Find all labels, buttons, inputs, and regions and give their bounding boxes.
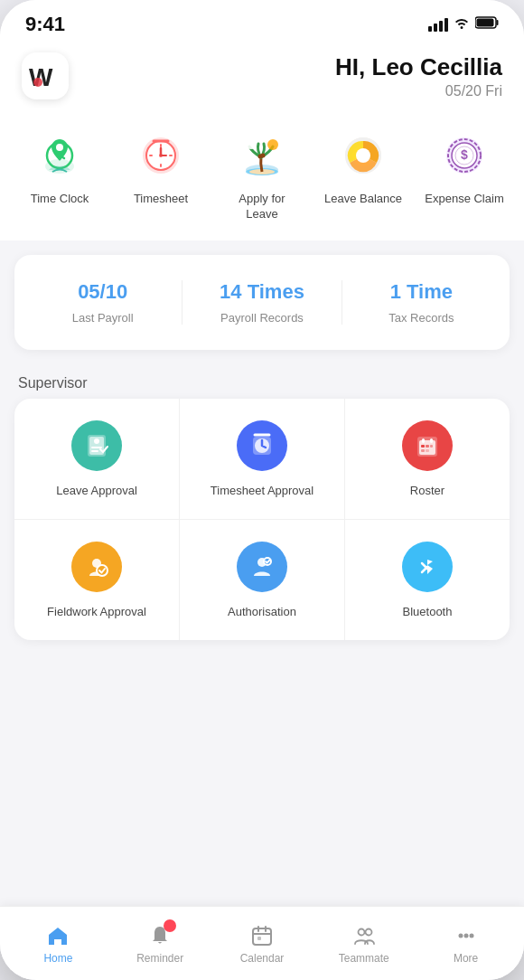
nav-reminder[interactable]: Reminder [124,916,196,972]
tax-records-value: 1 Time [390,280,453,304]
phone-frame: 9:41 [0,0,524,980]
bell-icon [147,923,173,948]
svg-point-8 [56,144,63,151]
action-expense-claim[interactable]: $ Expense Claim [424,128,505,207]
time-clock-label: Time Clock [31,192,89,207]
main-content: Time Clock [0,114,524,980]
svg-point-58 [358,928,364,935]
svg-point-22 [261,154,266,158]
svg-text:$: $ [461,147,468,162]
authorisation-label: Authorisation [228,605,296,618]
supervisor-row-2: Fieldwork Approval Authorisation [14,520,510,640]
nav-teammate[interactable]: Teammate [328,916,400,972]
svg-rect-43 [430,438,433,443]
svg-rect-44 [421,445,425,448]
svg-point-60 [458,933,463,938]
nav-calendar[interactable]: Calendar [226,916,298,972]
signal-icon [428,18,448,32]
grid-fieldwork-approval[interactable]: Fieldwork Approval [14,520,180,640]
fieldwork-approval-label: Fieldwork Approval [47,605,146,618]
apply-leave-label: Apply for Leave [221,192,303,222]
status-time: 9:41 [25,13,65,36]
bottom-nav: Home Reminder [0,906,524,980]
payroll-item-records[interactable]: 14 Times Payroll Records [182,280,341,325]
payroll-item-tax[interactable]: 1 Time Tax Records [342,280,501,325]
bluetooth-icon [402,542,453,592]
home-icon [45,923,70,948]
leave-balance-icon [336,128,390,183]
svg-rect-47 [421,449,425,452]
authorisation-icon [237,542,287,592]
supervisor-grid: Leave Approval Timesheet Approval [14,399,510,640]
svg-rect-37 [91,450,98,452]
timesheet-approval-label: Timesheet Approval [211,484,313,497]
svg-rect-46 [430,445,433,448]
svg-point-61 [463,933,468,938]
action-apply-leave[interactable]: Apply for Leave [221,128,303,222]
svg-rect-53 [253,928,271,945]
supervisor-title: Supervisor [0,364,524,399]
grid-timesheet-approval[interactable]: Timesheet Approval [180,399,345,519]
nav-reminder-label: Reminder [136,952,183,965]
svg-point-23 [267,139,278,150]
status-icons [428,16,499,33]
roster-label: Roster [410,484,444,497]
logo: W [22,52,69,99]
teammate-icon [351,923,377,948]
apply-leave-icon [235,128,289,183]
date-display: 05/20 Fri [83,83,502,99]
grid-bluetooth[interactable]: Bluetooth [345,520,510,640]
nav-home-label: Home [43,952,72,965]
nav-more[interactable]: More [430,916,502,972]
payroll-item-last[interactable]: 05/10 Last Payroll [23,280,182,325]
action-leave-balance[interactable]: Leave Balance [323,128,404,207]
grid-authorisation[interactable]: Authorisation [180,520,345,640]
last-payroll-value: 05/10 [78,280,127,304]
timesheet-approval-icon [237,420,287,471]
battery-icon [475,16,499,33]
payroll-records-value: 14 Times [220,280,304,304]
supervisor-row-1: Leave Approval Timesheet Approval [14,399,510,520]
calendar-icon [249,923,275,948]
svg-point-4 [33,78,42,87]
bluetooth-label: Bluetooth [403,605,453,618]
nav-home[interactable]: Home [22,916,94,972]
expense-claim-label: Expense Claim [425,192,503,207]
nav-teammate-label: Teammate [339,952,389,965]
grid-leave-approval[interactable]: Leave Approval [14,399,180,519]
svg-rect-57 [257,937,261,940]
nav-calendar-label: Calendar [240,952,285,965]
last-payroll-label: Last Payroll [72,311,134,325]
header-right: HI, Leo Cecillia 05/20 Fri [83,53,502,99]
svg-point-59 [365,928,371,935]
expense-claim-icon: $ [437,128,491,183]
svg-text:W: W [29,63,53,90]
grid-roster[interactable]: Roster [345,399,510,519]
time-clock-icon [33,128,87,183]
svg-point-24 [246,144,257,149]
action-time-clock[interactable]: Time Clock [19,128,100,207]
nav-more-label: More [454,952,478,965]
timesheet-label: Timesheet [134,192,188,207]
payroll-records-label: Payroll Records [220,311,304,325]
svg-rect-42 [422,438,425,443]
fieldwork-approval-icon [71,542,122,592]
svg-point-50 [97,565,108,576]
svg-point-35 [94,438,99,444]
header: W HI, Leo Cecillia 05/20 Fri [0,43,524,114]
reminder-badge [164,919,176,932]
svg-rect-2 [477,19,494,27]
leave-approval-label: Leave Approval [56,484,137,497]
svg-rect-1 [497,20,499,25]
svg-rect-48 [426,449,429,452]
svg-rect-45 [426,445,429,448]
svg-point-27 [356,148,370,163]
roster-icon [402,420,453,471]
leave-balance-label: Leave Balance [324,192,402,207]
action-timesheet[interactable]: Timesheet [120,128,201,207]
tax-records-label: Tax Records [388,311,454,325]
status-bar: 9:41 [0,0,524,43]
payroll-card: 05/10 Last Payroll 14 Times Payroll Reco… [14,255,510,350]
svg-rect-36 [91,447,102,448]
timesheet-icon [134,128,188,183]
